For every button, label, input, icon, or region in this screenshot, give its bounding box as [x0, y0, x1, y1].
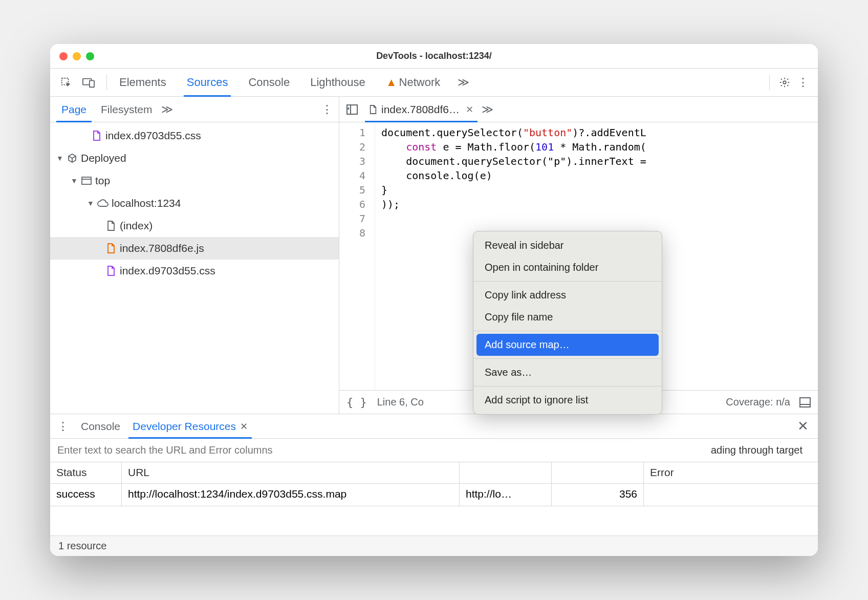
- tab-sources[interactable]: Sources: [184, 69, 231, 96]
- subtab-filesystem[interactable]: Filesystem: [94, 97, 159, 122]
- col-error[interactable]: Error: [644, 462, 818, 483]
- svg-rect-4: [82, 177, 91, 184]
- sidebar-toggle-icon[interactable]: [799, 397, 811, 408]
- main-content: Page Filesystem ≫ ⋮ index.d9703d55.css ▼…: [50, 97, 818, 414]
- cm-save-as[interactable]: Save as…: [473, 361, 662, 383]
- cloud-icon: [97, 198, 108, 209]
- navigator-more-icon[interactable]: ⋮: [319, 103, 335, 116]
- cube-icon: [67, 153, 78, 164]
- drawer-tab-devres[interactable]: Developer Resources ✕: [126, 414, 254, 438]
- devtools-window: DevTools - localhost:1234/ Elements Sour…: [50, 44, 818, 556]
- navigator-panel: Page Filesystem ≫ ⋮ index.d9703d55.css ▼…: [50, 97, 339, 414]
- titlebar: DevTools - localhost:1234/: [50, 44, 818, 69]
- cell-size: 356: [552, 484, 644, 506]
- frame-icon: [81, 175, 92, 186]
- subtabs-overflow-icon[interactable]: ≫: [161, 103, 173, 116]
- cm-reveal-in-sidebar[interactable]: Reveal in sidebar: [473, 234, 662, 256]
- main-toolbar: Elements Sources Console Lighthouse ▲Net…: [50, 69, 818, 97]
- editor-tabs-overflow-icon[interactable]: ≫: [482, 103, 493, 116]
- toggle-navigator-icon[interactable]: [343, 101, 361, 118]
- tab-console[interactable]: Console: [245, 69, 293, 96]
- tree-item-label: Deployed: [81, 152, 126, 164]
- cm-open-containing-folder[interactable]: Open in containing folder: [473, 256, 662, 278]
- cursor-position: Line 6, Co: [377, 396, 424, 408]
- window-title: DevTools - localhost:1234/: [50, 51, 818, 61]
- cm-add-ignore-list[interactable]: Add script to ignore list: [473, 389, 662, 411]
- css-file-icon: [105, 265, 117, 276]
- cell-error: [644, 484, 818, 506]
- drawer-tabs: ⋮ Console Developer Resources ✕ ✕: [50, 414, 818, 439]
- tree-item-deployed[interactable]: ▼ Deployed: [50, 147, 339, 169]
- cm-copy-file-name[interactable]: Copy file name: [473, 306, 662, 328]
- close-tab-icon[interactable]: ✕: [240, 421, 248, 432]
- close-tab-icon[interactable]: ✕: [466, 104, 473, 115]
- tree-item-js[interactable]: index.7808df6e.js: [50, 237, 339, 260]
- tabs-overflow-icon[interactable]: ≫: [458, 76, 469, 89]
- expand-arrow-icon: ▼: [87, 199, 94, 207]
- table-row[interactable]: success http://localhost:1234/index.d970…: [50, 484, 818, 506]
- expand-arrow-icon: ▼: [56, 154, 63, 162]
- separator: [473, 331, 662, 331]
- cm-copy-link-address[interactable]: Copy link address: [473, 284, 662, 306]
- pretty-print-icon[interactable]: { }: [346, 396, 367, 409]
- load-through-label: ading through target: [711, 444, 811, 456]
- warning-icon: ▲: [386, 76, 397, 89]
- col-status[interactable]: Status: [50, 462, 122, 483]
- col-size[interactable]: [552, 462, 644, 483]
- more-menu-icon[interactable]: ⋮: [795, 74, 811, 91]
- svg-point-3: [783, 81, 786, 84]
- css-file-icon: [91, 130, 102, 141]
- expand-arrow-icon: ▼: [71, 177, 78, 185]
- context-menu: Reveal in sidebar Open in containing fol…: [473, 231, 662, 415]
- subtab-page[interactable]: Page: [54, 97, 94, 122]
- tree-item-label: (index): [120, 220, 153, 232]
- resources-table: Status URL Error success http://localhos…: [50, 462, 818, 535]
- cell-initiator: http://lo…: [460, 484, 552, 506]
- svg-rect-2: [90, 80, 94, 87]
- tree-item-host[interactable]: ▼ localhost:1234: [50, 192, 339, 215]
- table-header: Status URL Error: [50, 462, 818, 484]
- tree-item-label: index.d9703d55.css: [120, 265, 215, 277]
- drawer-footer: 1 resource: [50, 535, 818, 556]
- navigator-tabs: Page Filesystem ≫ ⋮: [50, 97, 339, 122]
- tree-item-css2[interactable]: index.d9703d55.css: [50, 260, 339, 282]
- separator: [473, 358, 662, 359]
- drawer-panel: ⋮ Console Developer Resources ✕ ✕ ading …: [50, 414, 818, 556]
- tree-item-index[interactable]: (index): [50, 215, 339, 237]
- settings-gear-icon[interactable]: [776, 74, 793, 91]
- search-input[interactable]: [57, 444, 711, 456]
- tree-item-label: index.7808df6e.js: [120, 242, 204, 254]
- coverage-status: Coverage: n/a: [726, 396, 790, 408]
- tab-network[interactable]: ▲Network: [383, 69, 443, 96]
- col-url[interactable]: URL: [122, 462, 460, 483]
- tree-item-css[interactable]: index.d9703d55.css: [50, 124, 339, 147]
- line-gutter: 1 2 3 4 5 6 7 8: [339, 122, 375, 390]
- separator: [473, 386, 662, 387]
- panel-tabs: Elements Sources Console Lighthouse ▲Net…: [116, 69, 760, 96]
- js-file-icon: [105, 243, 117, 254]
- inspect-element-icon[interactable]: [57, 74, 75, 91]
- device-toggle-icon[interactable]: [80, 74, 97, 91]
- col-initiator[interactable]: [460, 462, 552, 483]
- svg-rect-6: [800, 398, 810, 407]
- cell-url: http://localhost:1234/index.d9703d55.css…: [122, 484, 460, 506]
- drawer-tab-console[interactable]: Console: [75, 414, 126, 438]
- divider: [106, 75, 107, 90]
- divider: [769, 75, 770, 90]
- drawer-more-icon[interactable]: ⋮: [55, 420, 71, 433]
- tree-item-top[interactable]: ▼ top: [50, 169, 339, 192]
- search-row: ading through target: [50, 439, 818, 462]
- tab-lighthouse[interactable]: Lighthouse: [307, 69, 368, 96]
- cell-status: success: [50, 484, 122, 506]
- separator: [473, 281, 662, 282]
- file-tree: index.d9703d55.css ▼ Deployed ▼ top ▼ lo…: [50, 122, 339, 414]
- editor-tabs: index.7808df6… ✕ ≫: [339, 97, 818, 122]
- tree-item-label: top: [95, 175, 110, 187]
- resource-count: 1 resource: [58, 540, 107, 552]
- cm-add-source-map[interactable]: Add source map…: [476, 334, 659, 356]
- tree-item-label: localhost:1234: [112, 197, 181, 209]
- editor-tab[interactable]: index.7808df6… ✕: [365, 97, 478, 122]
- document-icon: [105, 220, 117, 231]
- tab-elements[interactable]: Elements: [116, 69, 169, 96]
- close-drawer-icon[interactable]: ✕: [793, 418, 813, 434]
